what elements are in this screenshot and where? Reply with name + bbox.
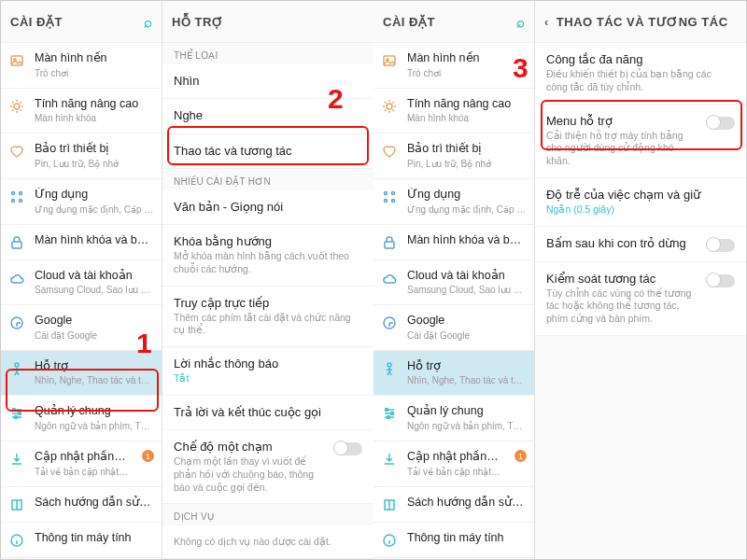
toggle[interactable]	[707, 117, 735, 130]
sidebar-item-label: Sách hướng dẫn sử…	[35, 496, 154, 511]
detail-item[interactable]: Độ trễ của việc chạm và giữ Ngắn (0.5 gi…	[535, 178, 746, 227]
item-sub: Cải thiện hỗ trợ máy tính bảng cho người…	[546, 130, 698, 168]
support-title: HỖ TRỢ	[172, 15, 223, 29]
sidebar-item-maintenance[interactable]: Bảo trì thiết bị Pin, Lưu trữ, Bộ nhớ	[374, 133, 534, 179]
sidebar-item-google[interactable]: Google Cài đặt Google	[1, 305, 162, 351]
cloud-icon	[381, 270, 398, 287]
item-label: Văn bản - Giọng nói	[174, 200, 362, 215]
svg-rect-14	[384, 56, 395, 65]
item-sub: Tùy chỉnh các vùng có thể tương tác hoặc…	[546, 287, 698, 326]
detail-item[interactable]: Chế độ một chạm Chạm một lần thay vì vuố…	[162, 430, 374, 504]
toggle[interactable]	[707, 274, 735, 287]
settings-sidebar-right: CÀI ĐẶT ⌕ Màn hình nền Trò chơi Tính năn…	[374, 1, 535, 560]
section-more: NHIỀU CÀI ĐẶT HƠN	[162, 169, 374, 190]
book-icon	[381, 497, 398, 513]
sidebar-item-label: Thông tin máy tính	[35, 531, 154, 546]
sidebar-item-lockscreen[interactable]: Màn hình khóa và b…	[1, 225, 162, 260]
badge: 1	[514, 450, 527, 462]
sliders-icon	[8, 405, 25, 422]
g-icon	[8, 315, 25, 331]
item-label: Truy cập trực tiếp	[174, 296, 362, 311]
toggle[interactable]	[334, 442, 362, 455]
sidebar-item-sub: Tải về bản cập nhật thủ c…	[407, 466, 501, 478]
sidebar-item-label: Ứng dụng	[35, 188, 154, 203]
svg-rect-7	[12, 242, 21, 248]
detail-item[interactable]: Lời nhắc thông báo Tắt	[162, 347, 374, 396]
sidebar-item-label: Màn hình nền	[35, 51, 154, 66]
detail-item[interactable]: Nhìn	[162, 64, 374, 99]
sidebar-item-sub: Ứng dụng mặc định, Cấp qu…	[35, 203, 154, 216]
item-label: Trả lời và kết thúc cuộc gọi	[174, 405, 362, 420]
svg-point-19	[385, 199, 388, 202]
sidebar-item-label: Màn hình khóa và b…	[407, 233, 527, 248]
heart-icon	[8, 143, 25, 160]
back-icon[interactable]: ‹	[544, 15, 549, 29]
svg-point-6	[20, 199, 22, 202]
svg-point-3	[12, 191, 15, 194]
detail-item[interactable]: Trả lời và kết thúc cuộc gọi	[162, 396, 374, 430]
sidebar-item-update[interactable]: Cập nhật phần… Tải về bản cập nhật thủ c…	[374, 441, 534, 487]
settings-header: CÀI ĐẶT ⌕	[1, 1, 162, 43]
sidebar-item-apps[interactable]: Ứng dụng Ứng dụng mặc định, Cấp qu…	[1, 179, 162, 225]
svg-point-23	[388, 363, 391, 367]
download-icon	[8, 451, 25, 468]
sidebar-item-about[interactable]: Thông tin máy tính	[1, 523, 162, 558]
item-label: Công tắc đa năng	[546, 52, 735, 67]
sidebar-item-label: Tính năng nâng cao	[407, 97, 527, 112]
lock-icon	[8, 234, 25, 251]
sidebar-item-sub: Trò chơi	[407, 67, 527, 79]
sidebar-item-cloud[interactable]: Cloud và tài khoản Samsung Cloud, Sao lư…	[1, 260, 162, 306]
settings-sidebar-left: CÀI ĐẶT ⌕ Màn hình nền Trò chơi Tính năn…	[1, 1, 162, 560]
sidebar-item-apps[interactable]: Ứng dụng Ứng dụng mặc định, Cấp qu…	[374, 179, 534, 225]
sidebar-item-label: Quản lý chung	[407, 404, 527, 419]
item-sub: Thêm các phím tắt cài đặt và chức năng c…	[174, 312, 362, 337]
svg-point-18	[392, 191, 395, 194]
sidebar-item-advanced[interactable]: Tính năng nâng cao Màn hình khóa	[374, 89, 534, 134]
search-icon[interactable]: ⌕	[516, 14, 526, 30]
sidebar-item-sub: Pin, Lưu trữ, Bộ nhớ	[407, 158, 527, 170]
sidebar-item-sub: Tải về bản cập nhật thủ c…	[35, 466, 129, 478]
sidebar-item-advanced[interactable]: Tính năng nâng cao Màn hình khóa	[1, 89, 162, 134]
detail-item[interactable]: Thao tác và tương tác	[162, 134, 374, 169]
sidebar-item-label: Hỗ trợ	[407, 359, 527, 374]
sidebar-item-label: Hỗ trợ	[35, 359, 154, 374]
section-category: THỂ LOẠI	[162, 43, 374, 64]
item-label: Nghe	[174, 108, 362, 123]
interaction-pane: ‹ THAO TÁC VÀ TƯƠNG TÁC Công tắc đa năng…	[535, 1, 746, 560]
detail-item[interactable]: Kiểm soát tương tác Tùy chỉnh các vùng c…	[535, 262, 746, 336]
sidebar-item-wallpaper[interactable]: Màn hình nền Trò chơi	[374, 43, 534, 89]
item-sub: Tắt	[174, 372, 362, 385]
search-icon[interactable]: ⌕	[144, 14, 153, 30]
svg-point-17	[385, 191, 388, 194]
gear-icon	[8, 98, 25, 115]
sidebar-item-manual[interactable]: Sách hướng dẫn sử…	[374, 487, 534, 523]
detail-item[interactable]: Bấm sau khi con trỏ dừng	[535, 227, 746, 262]
sidebar-item-wallpaper[interactable]: Màn hình nền Trò chơi	[1, 43, 162, 89]
item-label: Nhìn	[174, 74, 362, 89]
toggle[interactable]	[707, 239, 735, 252]
sidebar-item-sub: Samsung Cloud, Sao lưu v…	[407, 284, 527, 296]
detail-item[interactable]: Công tắc đa năng Điều khiển thiết bị của…	[535, 43, 746, 105]
sidebar-item-accessibility[interactable]: Hỗ trợ Nhìn, Nghe, Thao tác và tươ…	[1, 351, 162, 397]
sidebar-item-update[interactable]: Cập nhật phần… Tải về bản cập nhật thủ c…	[1, 441, 162, 487]
sidebar-item-general[interactable]: Quản lý chung Ngôn ngữ và bản phím, Thờ…	[374, 396, 534, 441]
sidebar-item-google[interactable]: Google Cài đặt Google	[374, 305, 534, 351]
sidebar-item-about[interactable]: Thông tin máy tính	[374, 523, 534, 558]
sidebar-item-cloud[interactable]: Cloud và tài khoản Samsung Cloud, Sao lư…	[374, 260, 534, 306]
sidebar-item-maintenance[interactable]: Bảo trì thiết bị Pin, Lưu trữ, Bộ nhớ	[1, 133, 162, 179]
detail-item[interactable]: Văn bản - Giọng nói	[162, 190, 374, 225]
detail-item[interactable]: Khóa bằng hướng Mở khóa màn hình bằng cá…	[162, 225, 374, 287]
sidebar-item-lockscreen[interactable]: Màn hình khóa và b…	[374, 225, 534, 260]
detail-item[interactable]: Menu hỗ trợ Cải thiện hỗ trợ máy tính bả…	[535, 105, 746, 178]
item-sub: Điều khiển thiết bị của bạn bằng các côn…	[546, 68, 735, 93]
detail-item[interactable]: Truy cập trực tiếp Thêm các phím tắt cài…	[162, 287, 374, 348]
person-icon	[381, 360, 398, 377]
item-sub: Mở khóa màn hình bằng cách vuốt theo chu…	[174, 250, 362, 275]
cloud-icon	[8, 270, 25, 287]
sidebar-item-accessibility[interactable]: Hỗ trợ Nhìn, Nghe, Thao tác và tươ…	[374, 351, 534, 397]
detail-item[interactable]: Nghe	[162, 99, 374, 133]
sidebar-item-label: Thông tin máy tính	[407, 531, 527, 546]
sidebar-item-sub: Ứng dụng mặc định, Cấp qu…	[407, 203, 527, 216]
sidebar-item-manual[interactable]: Sách hướng dẫn sử…	[1, 487, 162, 523]
sidebar-item-general[interactable]: Quản lý chung Ngôn ngữ và bản phím, Thờ…	[1, 396, 162, 441]
